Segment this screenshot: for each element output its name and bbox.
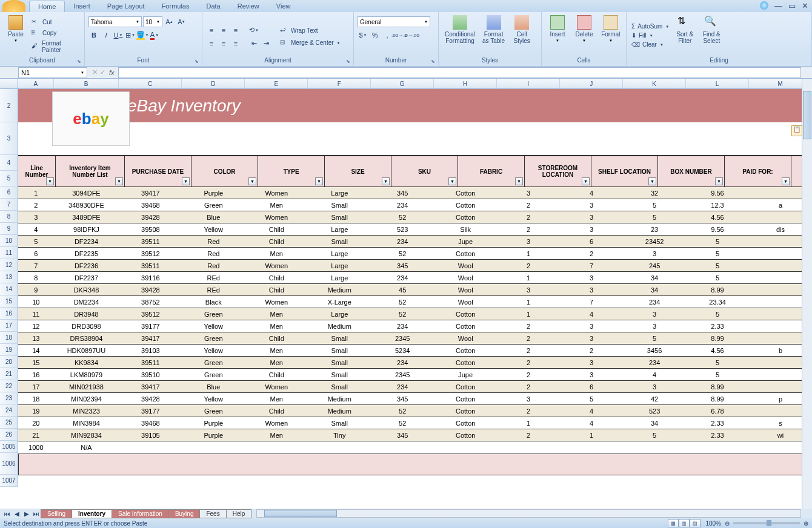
filter-button[interactable]: ▼ xyxy=(448,177,456,185)
conditional-formatting-button[interactable]: Conditional Formatting xyxy=(442,14,478,57)
table-cell[interactable]: 20 xyxy=(18,417,54,429)
table-cell[interactable]: 39510 xyxy=(119,369,182,380)
table-cell[interactable]: 39428 xyxy=(119,211,182,223)
table-cell[interactable]: 2 xyxy=(497,260,560,271)
table-cell[interactable]: 348930DFE xyxy=(54,199,119,211)
orientation-button[interactable]: ⟲▼ xyxy=(248,25,259,36)
table-cell[interactable]: 9.56 xyxy=(686,187,749,199)
table-cell[interactable]: Wool xyxy=(434,284,497,295)
table-cell[interactable]: Purple xyxy=(182,417,245,429)
table-cell[interactable]: 2.33 xyxy=(686,320,749,332)
table-cell[interactable]: 2 xyxy=(560,248,623,259)
table-cell[interactable]: 234 xyxy=(371,381,434,392)
table-cell[interactable]: Men xyxy=(245,320,308,332)
table-cell[interactable]: Women xyxy=(245,381,308,392)
table-cell[interactable]: Small xyxy=(308,369,371,380)
column-header-H[interactable]: H xyxy=(434,79,497,88)
table-cell[interactable]: 3 xyxy=(560,320,623,332)
align-top-button[interactable]: ≡ xyxy=(206,25,217,36)
table-cell[interactable]: 2 xyxy=(497,405,560,417)
bold-button[interactable]: B xyxy=(88,30,99,41)
table-cell[interactable]: 1 xyxy=(18,187,54,199)
table-cell[interactable]: 3 xyxy=(623,248,686,259)
table-cell[interactable]: 234 xyxy=(371,236,434,247)
table-cell[interactable]: 3 xyxy=(560,357,623,368)
table-cell[interactable]: 39511 xyxy=(119,357,182,368)
table-cell[interactable]: Small xyxy=(308,211,371,223)
table-cell[interactable]: Cotton xyxy=(434,405,497,417)
ribbon-tab-page-layout[interactable]: Page Layout xyxy=(99,1,153,12)
table-cell[interactable]: 5 xyxy=(686,272,749,283)
table-cell[interactable]: 5 xyxy=(686,308,749,320)
fill-color-button[interactable]: 🪣▼ xyxy=(137,30,148,41)
table-cell[interactable]: 3 xyxy=(560,332,623,344)
table-cell[interactable]: Wool xyxy=(434,272,497,283)
table-cell[interactable]: Cotton xyxy=(434,248,497,259)
table-cell[interactable]: 5 xyxy=(686,369,749,380)
table-cell[interactable]: 5 xyxy=(560,393,623,404)
table-cell[interactable]: 1 xyxy=(497,296,560,308)
table-cell[interactable]: 5 xyxy=(686,357,749,368)
table-cell[interactable]: Medium xyxy=(308,393,371,404)
table-cell[interactable]: Child xyxy=(245,236,308,247)
table-cell[interactable]: 39428 xyxy=(119,284,182,295)
table-cell[interactable]: 23.34 xyxy=(686,296,749,308)
table-cell[interactable]: Large xyxy=(308,223,371,235)
table-cell[interactable]: Cotton xyxy=(434,211,497,223)
table-cell[interactable]: 2 xyxy=(497,223,560,235)
table-cell[interactable]: MIN02394 xyxy=(54,393,119,404)
table-cell[interactable]: 7 xyxy=(560,260,623,271)
table-cell[interactable]: Cotton xyxy=(434,429,497,441)
table-cell[interactable]: DF2234 xyxy=(54,236,119,247)
paste-options-icon[interactable]: 📋 xyxy=(791,125,802,136)
table-cell[interactable] xyxy=(623,441,686,454)
table-cell[interactable]: LKM80979 xyxy=(54,369,119,380)
table-cell[interactable]: 3 xyxy=(497,187,560,199)
alignment-launcher[interactable]: ⬊ xyxy=(346,59,352,65)
table-cell[interactable]: 8.99 xyxy=(686,393,749,404)
row-header[interactable]: 22 xyxy=(0,380,18,392)
row-header[interactable]: 11 xyxy=(0,247,18,259)
row-header[interactable]: 23 xyxy=(0,392,18,404)
name-box[interactable]: N1▼ xyxy=(18,67,87,78)
table-cell[interactable]: 5 xyxy=(623,199,686,211)
table-cell[interactable]: Large xyxy=(308,187,371,199)
increase-indent-button[interactable]: ⇥ xyxy=(261,38,271,49)
row-header[interactable]: 24 xyxy=(0,404,18,417)
row-header[interactable]: 25 xyxy=(0,417,18,429)
table-cell[interactable]: Large xyxy=(308,308,371,320)
table-cell[interactable]: 345 xyxy=(371,429,434,441)
filter-button[interactable]: ▼ xyxy=(46,177,54,185)
table-cell[interactable]: Green xyxy=(182,357,245,368)
tab-nav-prev[interactable]: ◀ xyxy=(12,510,22,517)
table-cell[interactable]: Purple xyxy=(182,187,245,199)
table-cell[interactable]: 1 xyxy=(497,248,560,259)
format-painter-button[interactable]: 🖌Format Painter xyxy=(30,39,81,54)
table-cell[interactable]: Yellow xyxy=(182,320,245,332)
clear-button[interactable]: ⌫ Clear▼ xyxy=(630,41,670,48)
table-cell[interactable]: Blue xyxy=(182,381,245,392)
table-cell[interactable]: MIN2323 xyxy=(54,405,119,417)
table-cell[interactable]: 52 xyxy=(371,308,434,320)
table-cell[interactable]: 23452 xyxy=(623,236,686,247)
table-cell[interactable]: 3489DFE xyxy=(54,211,119,223)
insert-cells-button[interactable]: Insert▼ xyxy=(545,14,570,57)
ribbon-tab-formulas[interactable]: Formulas xyxy=(153,1,198,12)
table-cell[interactable]: 2345 xyxy=(371,332,434,344)
column-header-L[interactable]: L xyxy=(686,79,749,88)
table-cell[interactable]: 39105 xyxy=(119,429,182,441)
row-header[interactable]: 1005 xyxy=(0,441,18,453)
table-cell[interactable]: Women xyxy=(245,296,308,308)
table-cell[interactable]: 4 xyxy=(623,369,686,380)
table-cell[interactable]: 39417 xyxy=(119,187,182,199)
table-cell[interactable]: Women xyxy=(245,211,308,223)
table-cell[interactable]: 52 xyxy=(371,405,434,417)
table-cell[interactable]: 34 xyxy=(623,284,686,295)
table-cell[interactable]: Women xyxy=(245,260,308,271)
table-cell[interactable]: 2 xyxy=(497,199,560,211)
find-select-button[interactable]: 🔍Find & Select xyxy=(699,14,724,57)
table-cell[interactable]: 14 xyxy=(18,345,54,356)
tab-nav-next[interactable]: ▶ xyxy=(22,510,32,517)
table-cell[interactable]: 13 xyxy=(18,332,54,344)
table-cell[interactable]: Cotton xyxy=(434,308,497,320)
